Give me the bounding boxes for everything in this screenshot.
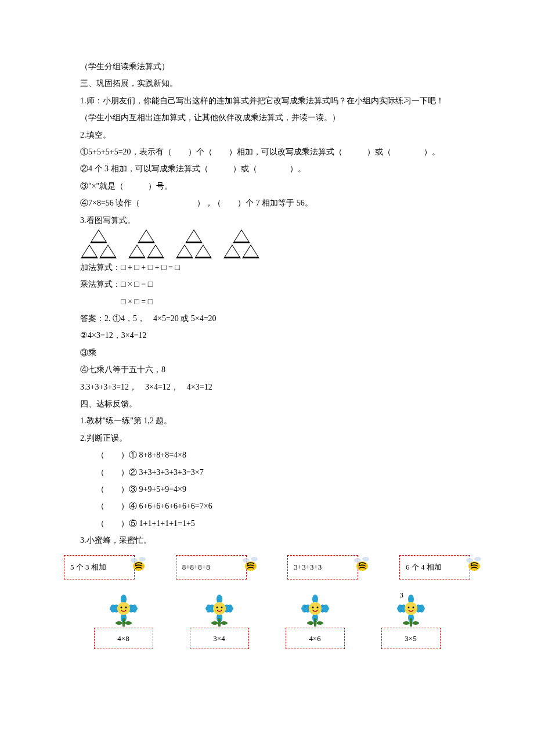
fill-blank-item: ③"×"就是（ ）号。 [64, 178, 470, 195]
answer-line: ②4×3=12，3×4=12 [64, 327, 470, 344]
svg-point-42 [211, 621, 218, 625]
svg-point-15 [471, 564, 472, 565]
svg-point-29 [125, 621, 132, 625]
triangle-icon [147, 244, 164, 258]
triangle-icon [185, 229, 203, 243]
section-heading: 四、达标反馈。 [64, 395, 470, 412]
svg-point-11 [359, 564, 360, 565]
svg-point-57 [316, 621, 323, 625]
text-line: （学生分组读乘法算式） [64, 58, 470, 75]
svg-point-1 [131, 558, 138, 563]
text-line: 1.教材"练一练"第 1,2 题。 [64, 412, 470, 429]
bee-icon [127, 553, 150, 577]
svg-point-25 [120, 606, 122, 608]
equation-line: 乘法算式：□ × □ = □ [64, 276, 470, 293]
triangle-group [223, 229, 260, 259]
bee-box-label: 8+8+8+8 [182, 559, 210, 575]
answer-line: 答案：2. ①4，5， 4×5=20 或 5×4=20 [64, 310, 470, 327]
flower-box-label: 3×5 [381, 628, 441, 649]
triangle-icon [99, 244, 117, 258]
bee-icon [239, 553, 262, 577]
triangle-icon [223, 244, 241, 258]
svg-point-26 [125, 606, 127, 608]
triangle-icon [194, 244, 212, 258]
svg-rect-69 [410, 618, 412, 627]
bee-box-label: 3+3+3+3 [294, 559, 322, 575]
flower-item: 3×5 [381, 594, 441, 649]
flower-box-label: 4×6 [286, 628, 345, 649]
bee-box-label: 5 个 3 相加 [70, 559, 106, 575]
svg-point-38 [213, 602, 226, 615]
sunflower-icon [298, 594, 333, 629]
bee-boxes-row: 5 个 3 相加 8+8+8+8 3+3+3+3 [64, 555, 470, 579]
svg-point-13 [466, 558, 473, 563]
svg-point-43 [221, 621, 228, 625]
svg-point-70 [403, 621, 410, 625]
svg-point-71 [412, 621, 419, 625]
svg-point-52 [309, 602, 322, 615]
flower-box-label: 4×8 [94, 628, 153, 649]
answer-line: ③乘 [64, 344, 470, 361]
svg-point-39 [216, 606, 218, 608]
section-heading: 三、巩固拓展，实践新知。 [64, 75, 470, 92]
text-line: 1.师：小朋友们，你能自己写出这样的连加算式并把它改写成乘法算式吗？在小组内实际… [64, 92, 470, 109]
triangle-icon [90, 229, 107, 243]
sunflower-icon [106, 594, 141, 629]
svg-point-56 [307, 621, 314, 625]
answer-line: 3.3+3+3+3=12， 3×4=12， 4×3=12 [64, 379, 470, 395]
judge-item: （ ）③ 9+9+5+9=4×9 [64, 481, 470, 498]
flower-box-label: 3×4 [190, 628, 249, 649]
fill-blank-item: ④7×8=56 读作（ ），（ ）个 7 相加等于 56。 [64, 195, 470, 211]
flower-item: 4×8 [94, 594, 153, 649]
triangle-icon [138, 229, 155, 243]
bee-box: 5 个 3 相加 [64, 555, 135, 579]
svg-point-10 [362, 557, 369, 561]
svg-point-2 [139, 557, 146, 561]
svg-rect-27 [122, 618, 125, 627]
text-line: （学生小组内互相出连加算式，让其他伙伴改成乘法算式，并读一读。） [64, 109, 470, 126]
sunflower-icon [394, 594, 428, 629]
answer-line: ④七乘八等于五十六，8 [64, 361, 470, 378]
fill-blank-item: ①5+5+5+5=20，表示有（ ）个（ ）相加，可以改写成乘法算式（ ）或（ … [64, 143, 470, 160]
judge-item: （ ）① 8+8+8+8=4×8 [64, 447, 470, 463]
svg-point-40 [221, 606, 222, 608]
svg-point-67 [407, 606, 409, 608]
svg-point-9 [354, 558, 361, 563]
sunflower-icon [202, 594, 237, 629]
equation-line: 加法算式：□ + □ + □ + □ = □ [64, 259, 470, 276]
triangle-icon [128, 244, 146, 258]
bee-icon [463, 553, 486, 577]
bee-box: 6 个 4 相加 [399, 555, 470, 579]
triangle-icon [81, 244, 98, 258]
text-line: 3.看图写算式。 [64, 212, 470, 229]
bee-box-label: 6 个 4 相加 [406, 559, 442, 575]
text-line: 2.填空。 [64, 127, 470, 143]
bee-box: 3+3+3+3 [287, 555, 358, 579]
page-number: 3 [400, 587, 404, 603]
triangle-icon [176, 244, 193, 258]
svg-point-3 [135, 564, 136, 565]
svg-point-54 [316, 606, 318, 608]
judge-item: （ ）④ 6+6+6+6+6+6+6=7×6 [64, 498, 470, 514]
svg-point-66 [405, 602, 417, 615]
svg-point-24 [117, 602, 130, 615]
triangle-icon [233, 229, 250, 243]
text-line: 3.小蜜蜂，采蜜忙。 [64, 532, 470, 549]
svg-point-7 [247, 564, 248, 565]
svg-point-53 [312, 606, 313, 608]
svg-point-6 [251, 557, 258, 561]
svg-point-28 [116, 621, 122, 625]
judge-item: （ ）② 3+3+3+3+3+3=3×7 [64, 464, 470, 481]
bee-box: 8+8+8+8 [176, 555, 247, 579]
flower-item: 4×6 [286, 594, 345, 649]
triangle-group [128, 229, 165, 259]
fill-blank-item: ②4 个 3 相加，可以写成乘法算式（ ）或（ ）。 [64, 160, 470, 177]
svg-rect-55 [314, 618, 316, 627]
svg-point-14 [474, 557, 481, 561]
triangle-diagram [80, 229, 470, 259]
equation-line: □ × □ = □ [64, 293, 470, 310]
judge-item: （ ）⑤ 1+1+1+1+1=1+5 [64, 515, 470, 532]
svg-rect-41 [218, 618, 221, 627]
text-line: 2.判断正误。 [64, 430, 470, 447]
triangle-group [80, 229, 117, 259]
